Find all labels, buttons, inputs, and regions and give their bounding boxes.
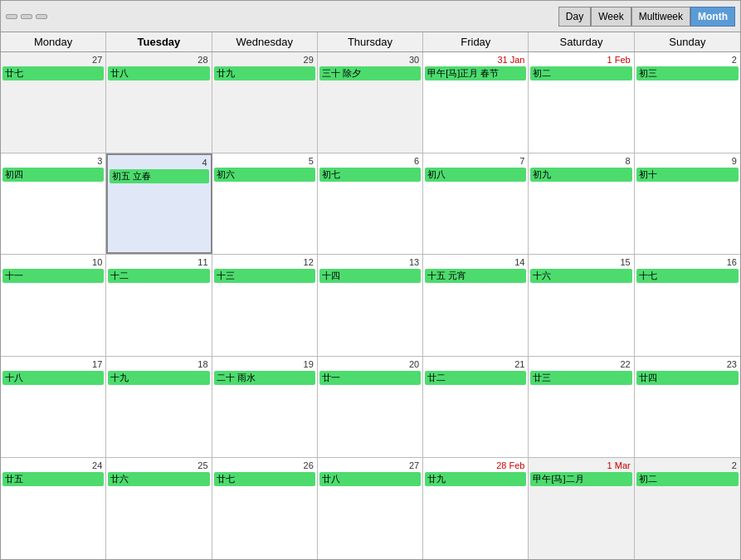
day-number: 8 — [530, 155, 631, 167]
day-cell[interactable]: 26廿七 — [212, 458, 318, 559]
day-number: 3 — [2, 155, 104, 167]
view-month-button[interactable]: Month — [690, 7, 735, 27]
day-cell[interactable]: 24廿五 — [1, 458, 106, 559]
event-bar[interactable]: 廿五 — [2, 472, 104, 486]
day-cell[interactable]: 11十二 — [106, 255, 212, 355]
header-tuesday: Tuesday — [106, 32, 212, 51]
calendar-container: Day Week Multiweek Month Monday Tuesday … — [0, 0, 741, 560]
event-bar[interactable]: 十六 — [530, 269, 631, 283]
day-cell[interactable]: 28 Feb廿九 — [423, 458, 529, 559]
day-cell[interactable]: 29廿九 — [212, 52, 318, 153]
day-number: 5 — [214, 155, 315, 167]
prev-button[interactable] — [6, 14, 17, 19]
event-bar[interactable]: 廿八 — [108, 66, 209, 80]
day-cell[interactable]: 20廿一 — [318, 357, 423, 457]
day-cell[interactable]: 23廿四 — [635, 357, 740, 457]
next-button[interactable] — [36, 14, 47, 19]
view-week-button[interactable]: Week — [591, 7, 631, 27]
day-cell[interactable]: 27廿八 — [318, 458, 423, 559]
day-cell[interactable]: 31 Jan甲午[马]正月 春节 — [423, 52, 529, 153]
event-bar[interactable]: 二十 雨水 — [214, 371, 315, 385]
day-cell[interactable]: 25廿六 — [106, 458, 212, 559]
day-number: 14 — [425, 256, 526, 268]
calendar-grid: 27廿七28廿八29廿九30三十 除夕31 Jan甲午[马]正月 春节1 Feb… — [1, 52, 740, 559]
event-bar[interactable]: 十一 — [2, 269, 104, 283]
day-cell[interactable]: 1 Feb初二 — [529, 52, 634, 153]
event-bar[interactable]: 初六 — [214, 168, 315, 182]
day-cell[interactable]: 2初二 — [635, 458, 740, 559]
day-number: 18 — [108, 358, 209, 370]
day-cell[interactable]: 1 Mar甲午[马]二月 — [529, 458, 634, 559]
day-cell[interactable]: 21廿二 — [423, 357, 529, 457]
event-bar[interactable]: 十五 元宵 — [425, 269, 526, 283]
event-bar[interactable]: 廿四 — [636, 371, 739, 385]
event-bar[interactable]: 十八 — [2, 371, 104, 385]
event-bar[interactable]: 廿一 — [319, 371, 421, 385]
event-bar[interactable]: 十二 — [108, 269, 209, 283]
day-cell[interactable]: 10十一 — [1, 255, 106, 355]
day-cell[interactable]: 30三十 除夕 — [318, 52, 423, 153]
event-bar[interactable]: 三十 除夕 — [319, 66, 421, 80]
today-button[interactable] — [21, 14, 32, 19]
day-cell[interactable]: 6初七 — [318, 153, 423, 254]
day-cell[interactable]: 19二十 雨水 — [212, 357, 318, 457]
day-number: 16 — [636, 256, 739, 268]
event-bar[interactable]: 廿六 — [108, 472, 209, 486]
day-cell[interactable]: 18十九 — [106, 357, 212, 457]
event-bar[interactable]: 甲午[马]正月 春节 — [425, 66, 526, 80]
event-bar[interactable]: 初七 — [319, 168, 421, 182]
day-cell[interactable]: 5初六 — [212, 153, 318, 254]
event-bar[interactable]: 廿二 — [425, 371, 526, 385]
day-cell[interactable]: 3初四 — [1, 153, 106, 254]
event-bar[interactable]: 十三 — [214, 269, 315, 283]
day-cell[interactable]: 12十三 — [212, 255, 318, 355]
day-headers: Monday Tuesday Wednesday Thursday Friday… — [1, 32, 740, 52]
header-friday: Friday — [423, 32, 529, 51]
day-cell[interactable]: 2初三 — [635, 52, 740, 153]
day-number: 2 — [636, 54, 739, 66]
event-bar[interactable]: 十四 — [319, 269, 421, 283]
day-cell[interactable]: 27廿七 — [1, 52, 106, 153]
week-row-3: 17十八18十九19二十 雨水20廿一21廿二22廿三23廿四 — [1, 357, 740, 458]
day-cell[interactable]: 28廿八 — [106, 52, 212, 153]
day-cell[interactable]: 9初十 — [635, 153, 740, 254]
day-cell[interactable]: 22廿三 — [529, 357, 634, 457]
event-bar[interactable]: 甲午[马]二月 — [530, 472, 631, 486]
day-number: 9 — [636, 155, 739, 167]
day-number: 21 — [425, 358, 526, 370]
event-bar[interactable]: 初四 — [2, 168, 104, 182]
event-bar[interactable]: 廿九 — [214, 66, 315, 80]
event-bar[interactable]: 廿七 — [214, 472, 315, 486]
event-bar[interactable]: 初二 — [530, 66, 631, 80]
event-bar[interactable]: 十七 — [636, 269, 739, 283]
header-thursday: Thursday — [318, 32, 423, 51]
event-bar[interactable]: 廿七 — [2, 66, 104, 80]
day-number: 26 — [214, 460, 315, 471]
event-bar[interactable]: 廿九 — [425, 472, 526, 486]
view-day-button[interactable]: Day — [558, 7, 591, 27]
day-cell[interactable]: 14十五 元宵 — [423, 255, 529, 355]
event-bar[interactable]: 十九 — [108, 371, 209, 385]
header-wednesday: Wednesday — [212, 32, 318, 51]
day-cell[interactable]: 17十八 — [1, 357, 106, 457]
event-bar[interactable]: 初三 — [636, 66, 739, 80]
day-cell[interactable]: 7初八 — [423, 153, 529, 254]
day-number: 27 — [319, 460, 421, 471]
day-cell[interactable]: 15十六 — [529, 255, 634, 355]
day-number: 27 — [2, 54, 104, 66]
event-bar[interactable]: 初五 立春 — [110, 169, 208, 183]
day-cell[interactable]: 8初九 — [529, 153, 634, 254]
event-bar[interactable]: 初二 — [636, 472, 739, 486]
event-bar[interactable]: 初九 — [530, 168, 631, 182]
view-multiweek-button[interactable]: Multiweek — [631, 7, 690, 27]
event-bar[interactable]: 初十 — [636, 168, 739, 182]
event-bar[interactable]: 廿八 — [319, 472, 421, 486]
day-cell[interactable]: 16十七 — [635, 255, 740, 355]
day-number: 22 — [530, 358, 631, 370]
day-number: 1 Feb — [530, 54, 631, 66]
day-cell[interactable]: 4初五 立春 — [106, 153, 212, 254]
day-cell[interactable]: 13十四 — [318, 255, 423, 355]
event-bar[interactable]: 初八 — [425, 168, 526, 182]
day-number: 1 Mar — [530, 460, 631, 471]
event-bar[interactable]: 廿三 — [530, 371, 631, 385]
